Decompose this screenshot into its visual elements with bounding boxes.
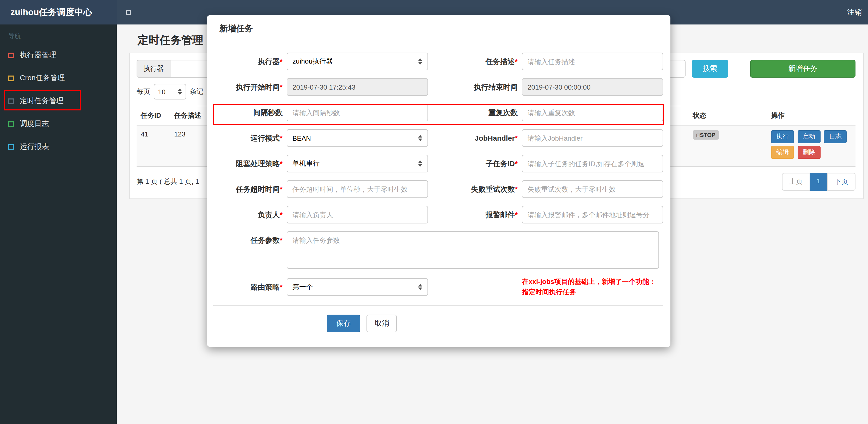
square-icon — [8, 121, 14, 127]
stepper-icon — [418, 160, 422, 167]
field-label-repeat-count: 重复次数 — [428, 104, 522, 121]
field-label-child-job: 子任务ID* — [428, 155, 522, 172]
select-value: 第一个 — [292, 282, 313, 292]
field-label-job-desc: 任务描述* — [428, 53, 522, 70]
cancel-button[interactable]: 取消 — [367, 315, 397, 332]
field-label-retry: 失败重试次数* — [428, 180, 522, 198]
modal-body: 执行器* zuihou执行器 任务描述* 执行开始时间* 执行结束时间 间隔秒数 — [207, 43, 671, 297]
required-star: * — [280, 57, 283, 66]
next-page-button[interactable]: 下页 — [827, 173, 856, 191]
form-row: 运行模式* BEAN JobHandler* — [207, 129, 671, 147]
field-label-jobhandler: JobHandler* — [428, 129, 522, 147]
select-value: 单机串行 — [292, 159, 319, 168]
required-star: * — [280, 134, 283, 142]
retry-input[interactable] — [522, 180, 663, 198]
select-value: BEAN — [292, 134, 311, 142]
form-row: 执行开始时间* 执行结束时间 — [207, 78, 671, 96]
per-page-value: 10 — [158, 88, 165, 96]
start-time-input[interactable] — [287, 78, 428, 96]
glue-type-select[interactable]: BEAN — [287, 129, 428, 147]
select-value: zuihou执行器 — [292, 57, 333, 66]
modal-footer: 保存 取消 — [207, 306, 671, 347]
edit-button[interactable]: 编辑 — [771, 146, 794, 159]
save-button[interactable]: 保存 — [327, 315, 360, 332]
required-star: * — [515, 185, 518, 193]
sidebar-toggle-icon[interactable] — [126, 10, 131, 15]
sidebar-item-label: 定时任务管理 — [20, 96, 64, 106]
required-star: * — [280, 283, 283, 291]
author-input[interactable] — [287, 206, 428, 224]
job-desc-input[interactable] — [522, 53, 663, 70]
start-button[interactable]: 启动 — [797, 130, 820, 143]
sidebar: 导航 执行器管理 Cron任务管理 定时任务管理 调度日志 运行报表 — [0, 25, 117, 424]
run-button[interactable]: 执行 — [771, 130, 794, 143]
required-star: * — [280, 159, 283, 168]
sidebar-item-label: 执行器管理 — [20, 51, 56, 60]
log-button[interactable]: 日志 — [824, 130, 847, 143]
sidebar-item-timed-task-manage[interactable]: 定时任务管理 — [0, 90, 117, 112]
form-row: 间隔秒数 重复次数 — [207, 104, 671, 121]
field-label-executor: 执行器* — [212, 53, 287, 70]
required-star: * — [515, 57, 518, 66]
sidebar-item-executor-manage[interactable]: 执行器管理 — [0, 44, 117, 67]
logout-link[interactable]: 注销 — [847, 7, 862, 17]
field-label-job-param: 任务参数* — [212, 231, 287, 249]
interval-input[interactable] — [287, 104, 428, 121]
add-task-button[interactable]: 新增任务 — [750, 60, 856, 77]
required-star: * — [515, 159, 518, 168]
field-label-block-strategy: 阻塞处理策略* — [212, 155, 287, 172]
job-param-textarea[interactable] — [287, 231, 659, 269]
sidebar-item-run-report[interactable]: 运行报表 — [0, 135, 117, 158]
per-page-suffix: 条记 — [190, 87, 203, 96]
per-page-prefix: 每页 — [136, 87, 150, 96]
required-star: * — [280, 236, 283, 244]
feature-note-line2: 指定时间执行任务 — [522, 287, 656, 297]
per-page-select[interactable]: 10 — [154, 84, 186, 99]
column-header-actions: 操作 — [767, 106, 856, 125]
sidebar-item-label: Cron任务管理 — [20, 73, 65, 83]
column-header-status: 状态 — [689, 106, 767, 125]
square-icon — [8, 98, 14, 104]
modal-title: 新增任务 — [219, 24, 253, 33]
route-strategy-select[interactable]: 第一个 — [287, 278, 428, 296]
form-row: 路由策略* 第一个 在xxl-jobs项目的基础上，新增了一个功能： 指定时间执… — [207, 276, 671, 297]
pagination-info: 第 1 页 ( 总共 1 页, 1 — [136, 177, 199, 187]
sidebar-section-label: 导航 — [0, 25, 117, 44]
column-header-task-id: 任务ID — [136, 106, 170, 125]
stepper-icon — [178, 89, 182, 95]
required-star: * — [280, 210, 283, 219]
timeout-input[interactable] — [287, 180, 428, 198]
alarm-email-input[interactable] — [522, 206, 663, 224]
field-label-timeout: 任务超时时间* — [212, 180, 287, 198]
form-row: 执行器* zuihou执行器 任务描述* — [207, 53, 671, 70]
sidebar-item-schedule-log[interactable]: 调度日志 — [0, 112, 117, 135]
field-label-author: 负责人* — [212, 206, 287, 224]
search-button[interactable]: 搜索 — [692, 60, 728, 77]
modal-header: 新增任务 — [207, 15, 671, 43]
cell-task-id: 41 — [136, 125, 170, 166]
block-strategy-select[interactable]: 单机串行 — [287, 155, 428, 172]
field-label-start-time: 执行开始时间* — [212, 78, 287, 96]
status-badge: □STOP — [693, 130, 719, 140]
repeat-count-input[interactable] — [522, 104, 663, 121]
form-row: 任务超时时间* 失败重试次数* — [207, 180, 671, 198]
jobhandler-input[interactable] — [522, 129, 663, 147]
sidebar-item-label: 运行报表 — [20, 142, 49, 152]
executor-select[interactable]: zuihou执行器 — [287, 53, 428, 70]
current-page-button[interactable]: 1 — [810, 173, 828, 191]
field-label-end-time: 执行结束时间 — [428, 78, 522, 96]
required-star: * — [280, 185, 283, 193]
sidebar-item-cron-task-manage[interactable]: Cron任务管理 — [0, 67, 117, 90]
delete-button[interactable]: 删除 — [797, 146, 820, 159]
square-icon — [8, 144, 14, 150]
sidebar-item-label: 调度日志 — [20, 119, 49, 129]
end-time-input[interactable] — [522, 78, 663, 96]
stepper-icon — [418, 135, 422, 141]
prev-page-button[interactable]: 上页 — [782, 173, 810, 191]
form-row: 任务参数* — [207, 231, 671, 269]
executor-filter-label: 执行器 — [136, 60, 170, 77]
child-job-input[interactable] — [522, 155, 663, 172]
form-row: 阻塞处理策略* 单机串行 子任务ID* — [207, 155, 671, 172]
required-star: * — [515, 134, 518, 142]
required-star: * — [280, 83, 283, 91]
